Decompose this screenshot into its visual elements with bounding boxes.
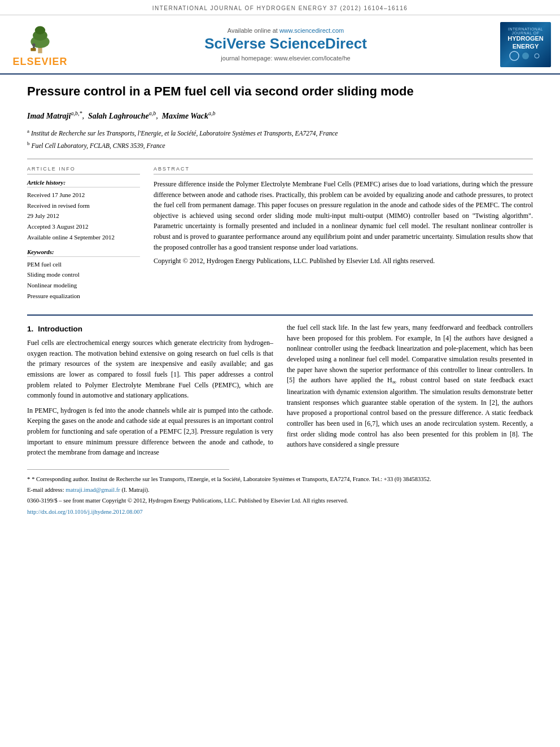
- doi-note: http://dx.doi.org/10.1016/j.ijhydene.201…: [27, 508, 533, 517]
- affiliations: a Institut de Recherche sur les Transpor…: [27, 127, 533, 151]
- svg-point-8: [522, 53, 529, 59]
- keywords-group: Keywords: PEM fuel cell Sliding mode con…: [27, 248, 140, 302]
- section-1-title: Introduction: [38, 325, 82, 333]
- accepted-date: Accepted 3 August 2012: [27, 221, 140, 232]
- article-history-label: Article history:: [27, 179, 140, 187]
- abstract-section-label: ABSTRACT: [154, 166, 533, 174]
- received-revised-date: 29 July 2012: [27, 211, 140, 221]
- intro-para-1: Fuel cells are electrochemical energy so…: [27, 338, 273, 401]
- body-divider: [27, 314, 533, 316]
- ijhe-line3: ENERGY: [513, 43, 539, 50]
- journal-homepage: journal homepage: www.elsevier.com/locat…: [77, 55, 495, 62]
- article-info-section-label: ARTICLE INFO: [27, 166, 140, 174]
- affiliation-a: a Institut de Recherche sur les Transpor…: [27, 127, 533, 138]
- abstract-column: ABSTRACT Pressure difference inside the …: [154, 166, 533, 307]
- journal-title: INTERNATIONAL JOURNAL OF HYDROGEN ENERGY…: [152, 5, 408, 11]
- available-online-date: Available online 4 September 2012: [27, 232, 140, 243]
- keyword-3: Nonlinear modeling: [27, 280, 140, 291]
- author-2-sup: a,b: [149, 110, 156, 116]
- cover-decoration: [509, 50, 542, 62]
- abstract-copyright: Copyright © 2012, Hydrogen Energy Public…: [154, 256, 533, 267]
- svg-point-3: [35, 26, 45, 34]
- elsevier-tree-icon: [18, 21, 63, 55]
- article-history-group: Article history: Received 17 June 2012 R…: [27, 179, 140, 242]
- body-col-left: 1.Introduction Fuel cells are electroche…: [27, 322, 273, 462]
- corresponding-author-note: * * Corresponding author. Institut de Re…: [27, 474, 533, 484]
- author-2-name: Salah Laghrouche: [88, 111, 149, 120]
- elsevier-logo: ELSEVIER: [9, 21, 71, 68]
- author-1-sup: a,b,*: [71, 110, 82, 116]
- keywords-label: Keywords:: [27, 248, 140, 257]
- footnote-area: * * Corresponding author. Institut de Re…: [27, 474, 533, 517]
- article-info-column: ARTICLE INFO Article history: Received 1…: [27, 166, 140, 307]
- author-email[interactable]: matraji.imad@gmail.fr: [65, 487, 120, 493]
- center-banner: Available online at www.sciencedirect.co…: [77, 27, 495, 62]
- elsevier-brand-text: ELSEVIER: [12, 56, 67, 68]
- svg-point-7: [510, 51, 519, 60]
- section-1-number: 1.: [27, 325, 33, 333]
- svg-point-9: [535, 54, 539, 58]
- received-date: Received 17 June 2012: [27, 190, 140, 200]
- abstract-paragraph: Pressure difference inside the Polymer E…: [154, 179, 533, 252]
- main-content: Pressure control in a PEM fuel cell via …: [0, 75, 560, 527]
- svg-rect-6: [30, 48, 36, 51]
- journal-url[interactable]: www.elsevier.com/locate/he: [274, 55, 351, 62]
- intro-para-2: In PEMFC, hydrogen is fed into the anode…: [27, 405, 273, 458]
- sciverse-logo: SciVerse ScienceDirect: [77, 35, 495, 53]
- received-revised-label: Received in revised form: [27, 200, 140, 211]
- issn-note: 0360-3199/$ – see front matter Copyright…: [27, 496, 533, 505]
- authors-line: Imad Matrajia,b,*, Salah Laghrouchea,b, …: [27, 109, 533, 123]
- affiliation-b: b Fuel Cell Laboratory, FCLAB, CNRS 3539…: [27, 139, 533, 151]
- author-1-name: Imad Matraji: [27, 111, 71, 120]
- body-col-right: the fuel cell stack life. In the last fe…: [287, 322, 533, 462]
- section-1-heading: 1.Introduction: [27, 325, 273, 333]
- sciencedirect-url[interactable]: www.sciencedirect.com: [279, 27, 344, 34]
- article-info-abstract: ARTICLE INFO Article history: Received 1…: [27, 166, 533, 307]
- article-title: Pressure control in a PEM fuel cell via …: [27, 84, 533, 100]
- available-online-text: Available online at www.sciencedirect.co…: [77, 27, 495, 34]
- divider-1: [27, 159, 533, 159]
- banner-area: ELSEVIER Available online at www.science…: [0, 15, 560, 75]
- keyword-4: Pressure equalization: [27, 291, 140, 302]
- keyword-2: Sliding mode control: [27, 269, 140, 280]
- svg-point-4: [32, 43, 36, 47]
- keyword-1: PEM fuel cell: [27, 259, 140, 270]
- ijhe-line1: International Journal of: [502, 27, 549, 35]
- author-3-sup: a,b: [208, 110, 216, 116]
- author-3-name: Maxime Wack: [162, 111, 208, 120]
- abstract-text: Pressure difference inside the Polymer E…: [154, 179, 533, 267]
- journal-header-bar: INTERNATIONAL JOURNAL OF HYDROGEN ENERGY…: [0, 0, 560, 15]
- intro-para-3: the fuel cell stack life. In the last fe…: [287, 322, 533, 449]
- journal-cover-image: International Journal of HYDROGEN ENERGY: [500, 22, 551, 67]
- doi-link[interactable]: http://dx.doi.org/10.1016/j.ijhydene.201…: [27, 509, 143, 515]
- ijhe-line2: HYDROGEN: [508, 35, 544, 42]
- email-note: E-mail address: matraji.imad@gmail.fr (I…: [27, 486, 533, 495]
- body-content: 1.Introduction Fuel cells are electroche…: [27, 322, 533, 462]
- footnote-divider: [27, 469, 229, 470]
